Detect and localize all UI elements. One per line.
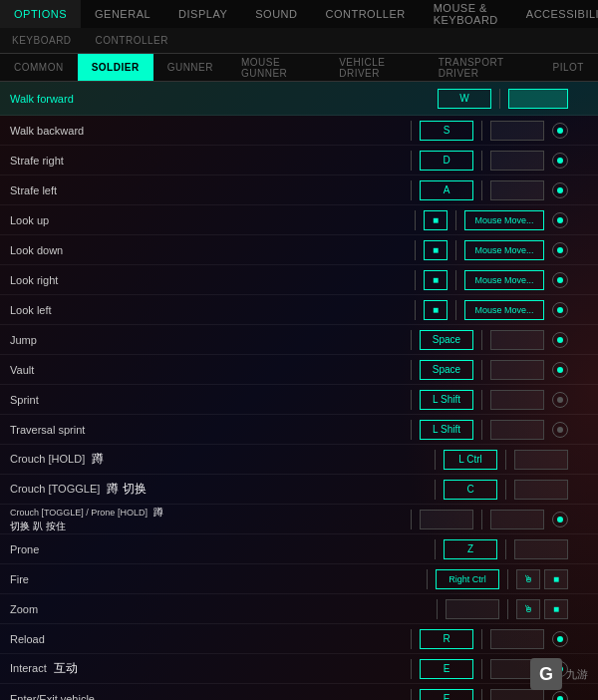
key-secondary[interactable] [490,180,544,200]
nav-sound[interactable]: SOUND [241,0,311,28]
key-primary[interactable]: Z [444,539,497,559]
key-secondary[interactable] [490,121,544,141]
key-primary[interactable]: W [438,89,491,109]
nav-controller[interactable]: CONTROLLER [311,0,419,28]
key-primary[interactable]: ■ [424,300,448,320]
reset-dot[interactable] [552,691,568,701]
key-bindings: A [169,180,588,200]
nav-keyboard[interactable]: KEYBOARD [0,28,84,53]
reset-dot[interactable] [552,153,568,169]
separator [481,510,482,529]
reset-dot[interactable] [552,392,568,408]
key-primary[interactable]: C [444,480,497,500]
tab-common[interactable]: COMMON [0,54,78,81]
key-primary[interactable]: R [420,629,473,649]
reset-dot[interactable] [552,182,568,198]
key-primary[interactable]: E [420,689,473,701]
key-primary[interactable]: S [420,121,473,141]
table-row: Look right ■ Mouse Move... [0,265,598,295]
key-tertiary[interactable]: ■ [544,569,568,589]
table-row: Jump Space [0,325,598,355]
key-secondary[interactable]: 🖱 [516,599,540,619]
separator [411,659,412,679]
key-primary[interactable]: ■ [424,270,448,290]
nav-options[interactable]: OPTIONS [0,0,81,28]
table-row: Fire Right Ctrl 🖱 ■ [0,564,598,594]
nav-display[interactable]: DISPLAY [164,0,241,28]
action-label: Traversal sprint [10,424,169,436]
action-label: Crouch [HOLD] 蹲 [10,451,169,468]
key-primary[interactable]: Space [420,330,473,350]
key-primary[interactable]: ■ [424,210,448,230]
tab-transport-driver[interactable]: TRANSPORT DRIVER [425,54,539,81]
nav-gamepad-controller[interactable]: CONTROLLER [84,28,180,53]
key-secondary[interactable]: 🖱 [516,569,540,589]
reset-dot[interactable] [552,512,568,527]
action-label: Crouch [TOGGLE] 蹲 切换 [10,481,169,498]
reset-dot[interactable] [552,123,568,139]
separator [499,89,500,109]
reset-dot[interactable] [552,332,568,348]
key-primary[interactable] [420,510,473,529]
key-primary[interactable]: E [420,659,473,679]
table-row: Traversal sprint L Shift [0,415,598,445]
key-bindings [169,510,588,529]
tab-soldier[interactable]: SOLDIER [78,54,153,81]
separator [455,300,456,320]
key-secondary[interactable] [490,390,544,410]
table-row: Look down ■ Mouse Move... [0,235,598,265]
key-secondary[interactable]: Mouse Move... [464,210,544,230]
key-secondary[interactable] [490,330,544,350]
reset-dot[interactable] [552,272,568,288]
action-label: Sprint [10,394,169,406]
key-secondary[interactable]: Mouse Move... [464,270,544,290]
key-secondary[interactable] [490,360,544,380]
key-primary[interactable]: D [420,151,473,171]
reset-dot[interactable] [552,212,568,228]
key-secondary[interactable] [490,420,544,440]
table-row: Look left ■ Mouse Move... [0,295,598,325]
key-secondary[interactable] [490,689,544,701]
key-primary[interactable]: L Shift [420,420,473,440]
key-primary[interactable]: Right Ctrl [436,569,499,589]
key-secondary[interactable] [514,480,568,500]
key-primary[interactable]: A [420,180,473,200]
key-primary[interactable]: L Ctrl [444,450,497,470]
reset-dot[interactable] [552,362,568,378]
reset-dot[interactable] [552,242,568,258]
nav-mouse-keyboard[interactable]: MOUSE & KEYBOARD [420,0,512,28]
key-primary[interactable]: ■ [424,240,448,260]
key-secondary[interactable]: Mouse Move... [464,240,544,260]
key-bindings: D [169,151,588,171]
key-secondary[interactable] [508,89,568,109]
nav-accessibility[interactable]: ACCESSIBILITY [512,0,598,28]
key-primary[interactable]: L Shift [420,390,473,410]
key-bindings: C [169,480,588,500]
separator [437,599,438,619]
key-primary[interactable] [446,599,499,619]
tab-gunner[interactable]: GUNNER [153,54,227,81]
key-secondary[interactable] [490,629,544,649]
key-secondary[interactable] [490,510,544,529]
key-bindings: S [169,121,588,141]
tab-mouse-gunner[interactable]: MOUSE GUNNER [227,54,325,81]
action-label: Walk forward [10,93,169,105]
key-secondary[interactable] [490,151,544,171]
reset-dot[interactable] [552,302,568,318]
nav-general[interactable]: GENERAL [81,0,164,28]
key-secondary[interactable]: Mouse Move... [464,300,544,320]
reset-dot[interactable] [552,422,568,438]
separator [415,240,416,260]
action-label: Look up [10,214,169,226]
table-row: Prone Z [0,534,598,564]
separator [411,510,412,529]
separator [507,569,508,589]
tab-vehicle-driver[interactable]: VEHICLE DRIVER [325,54,424,81]
reset-dot[interactable] [552,631,568,647]
key-bindings: R [169,629,588,649]
key-secondary[interactable] [514,450,568,470]
tab-pilot[interactable]: PILOT [539,54,598,81]
key-secondary[interactable] [514,539,568,559]
key-primary[interactable]: Space [420,360,473,380]
key-tertiary[interactable]: ■ [544,599,568,619]
